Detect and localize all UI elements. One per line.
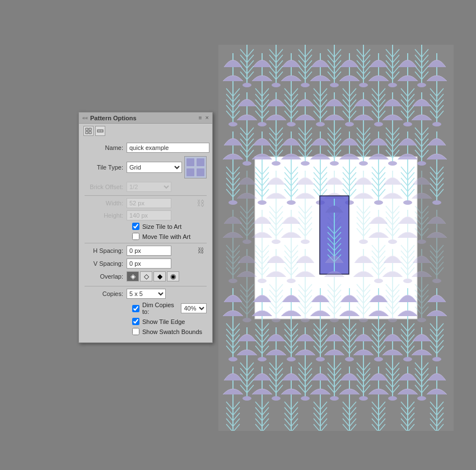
size-tile-row: Size Tile to Art — [85, 223, 207, 230]
size-tile-label: Size Tile to Art — [142, 223, 181, 230]
svg-rect-1 — [89, 128, 91, 130]
move-tile-checkbox[interactable] — [132, 233, 139, 240]
v-spacing-input[interactable] — [127, 258, 171, 269]
tile-type-select[interactable]: Grid Brick by Row Brick by Column Hex by… — [127, 162, 182, 173]
height-label: Height: — [85, 212, 127, 219]
name-field-row: Name: — [85, 143, 207, 153]
move-tile-row: Move Tile with Art — [85, 233, 207, 240]
h-spacing-input[interactable] — [127, 246, 171, 256]
overlap-btn-1[interactable]: ◈ — [127, 271, 139, 281]
panel-close-button[interactable]: × — [206, 115, 209, 121]
svg-rect-0 — [86, 128, 88, 130]
tile-icon-1[interactable] — [83, 126, 94, 136]
tile-type-row: Tile Type: Grid Brick by Row Brick by Co… — [85, 156, 207, 178]
overlap-label: Overlap: — [85, 273, 127, 280]
show-swatch-bounds-checkbox[interactable] — [132, 328, 139, 335]
divider-2 — [85, 243, 207, 243]
brick-offset-row: Brick Offset: 1/2 — [85, 182, 207, 192]
width-label: Width: — [85, 200, 127, 206]
brick-offset-select: 1/2 — [127, 182, 171, 192]
tile-type-label: Tile Type: — [85, 164, 127, 171]
divider-1 — [85, 195, 207, 196]
h-spacing-row: H Spacing: ⛓ — [85, 246, 207, 256]
show-tile-edge-row: Show Tile Edge — [85, 318, 207, 325]
show-swatch-bounds-row: Show Swatch Bounds — [85, 328, 207, 335]
dim-copies-row: Dim Copies to: 20% 30% 40% 50% 70% — [85, 302, 207, 315]
pattern-svg — [218, 45, 454, 431]
dim-copies-select[interactable]: 20% 30% 40% 50% 70% — [181, 303, 207, 313]
copies-select[interactable]: 3 x 3 5 x 5 7 x 7 — [127, 289, 166, 299]
overlap-row: Overlap: ◈ ◇ ◆ ◉ — [85, 271, 207, 281]
tile-type-select-wrap: Grid Brick by Row Brick by Column Hex by… — [127, 156, 207, 178]
overlap-btn-3[interactable]: ◆ — [153, 271, 166, 281]
svg-rect-8 — [197, 158, 204, 166]
pattern-options-panel: «« Pattern Options ≡ × Name: Tile Type: … — [78, 112, 213, 343]
dim-copies-checkbox[interactable] — [132, 305, 139, 312]
v-spacing-row: V Spacing: — [85, 258, 207, 269]
divider-3 — [85, 286, 207, 286]
height-row: Height: — [85, 210, 207, 220]
link-icon: ⛓ — [197, 199, 204, 208]
width-row: Width: ⛓ — [85, 198, 207, 208]
h-spacing-label: H Spacing: — [85, 247, 127, 254]
show-tile-edge-label: Show Tile Edge — [142, 318, 185, 325]
name-label: Name: — [85, 144, 127, 151]
panel-title: Pattern Options — [90, 115, 137, 121]
overlap-btn-4[interactable]: ◉ — [167, 271, 179, 281]
show-swatch-bounds-label: Show Swatch Bounds — [142, 328, 202, 335]
panel-titlebar: «« Pattern Options ≡ × — [79, 112, 212, 124]
copies-label: Copies: — [85, 290, 127, 297]
tile-preview — [184, 156, 207, 178]
panel-menu-icon[interactable]: ≡ — [199, 115, 202, 121]
svg-rect-9 — [186, 168, 194, 176]
copies-row: Copies: 3 x 3 5 x 5 7 x 7 — [85, 289, 207, 299]
collapse-icon[interactable]: «« — [82, 115, 88, 121]
width-input — [127, 198, 171, 208]
size-tile-checkbox[interactable] — [132, 223, 139, 230]
svg-rect-2 — [86, 131, 88, 134]
panel-icons-row — [79, 124, 212, 138]
dim-copies-label: Dim Copies to: — [142, 302, 179, 315]
height-input — [127, 210, 171, 220]
move-tile-label: Move Tile with Art — [142, 233, 190, 240]
svg-rect-3 — [89, 131, 91, 134]
svg-rect-7 — [186, 158, 194, 166]
brick-offset-label: Brick Offset: — [85, 184, 127, 190]
name-input[interactable] — [127, 143, 209, 153]
panel-content: Name: Tile Type: Grid Brick by Row Brick… — [79, 138, 212, 342]
svg-rect-10 — [197, 168, 204, 176]
v-spacing-label: V Spacing: — [85, 260, 127, 267]
panel-title-left: «« Pattern Options — [82, 115, 137, 121]
show-tile-edge-checkbox[interactable] — [132, 318, 139, 325]
canvas-area — [218, 45, 454, 431]
tile-icon-2[interactable] — [95, 126, 105, 136]
unlink-icon: ⛓ — [198, 247, 204, 255]
overlap-btn-2[interactable]: ◇ — [140, 271, 152, 281]
